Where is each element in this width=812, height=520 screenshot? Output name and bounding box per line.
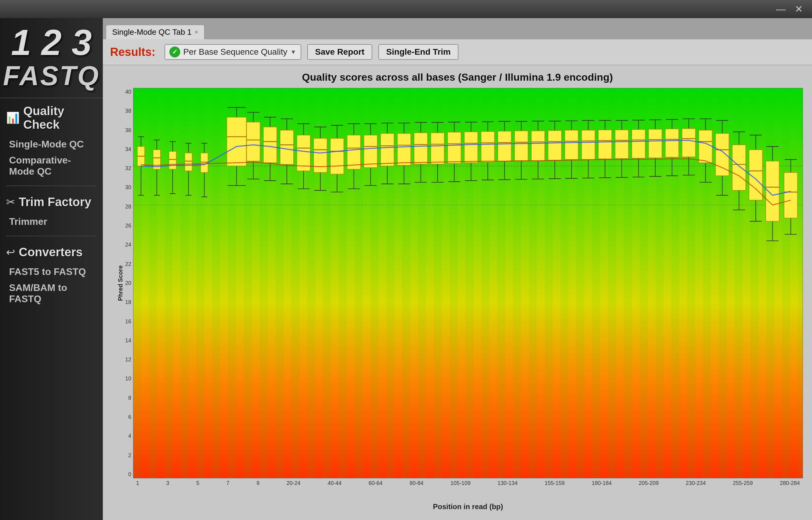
svg-rect-139 <box>582 130 595 159</box>
chart-title: Quality scores across all bases (Sanger … <box>112 71 803 83</box>
svg-rect-24 <box>185 153 192 171</box>
quality-check-label: Quality Check <box>23 104 97 131</box>
x-tick-7: 7 <box>226 480 229 487</box>
svg-rect-174 <box>699 130 712 163</box>
y-tick-18: 18 <box>125 300 131 305</box>
x-tick-180-184: 180-184 <box>592 480 612 487</box>
sidebar-item-trimmer[interactable]: Trimmer <box>6 214 97 230</box>
x-tick-20-24: 20-24 <box>287 480 301 487</box>
save-report-button[interactable]: Save Report <box>307 44 372 60</box>
y-tick-14: 14 <box>125 338 131 343</box>
x-tick-40-44: 40-44 <box>327 480 341 487</box>
sidebar-item-comparative-mode-qc[interactable]: Comparative-Mode QC <box>6 152 97 180</box>
check-icon: ✓ <box>169 47 180 57</box>
y-tick-36: 36 <box>125 128 131 133</box>
svg-rect-114 <box>498 131 511 161</box>
svg-rect-109 <box>481 131 494 162</box>
y-tick-20: 20 <box>125 280 131 286</box>
svg-rect-89 <box>414 133 427 164</box>
chart-container: Quality scores across all bases (Sanger … <box>103 65 812 520</box>
y-tick-38: 38 <box>125 108 131 113</box>
x-tick-5: 5 <box>196 480 199 487</box>
chart-plot-area: placeholder <box>133 88 803 478</box>
single-end-trim-button[interactable]: Single-End Trim <box>378 44 459 60</box>
main-layout: 1 2 3 FASTQ 📊 Quality Check Single-Mode … <box>0 18 812 520</box>
y-tick-34: 34 <box>125 147 131 152</box>
x-tick-60-64: 60-64 <box>369 480 383 487</box>
y-tick-0: 0 <box>128 472 131 477</box>
y-tick-6: 6 <box>128 414 131 420</box>
svg-rect-184 <box>732 145 745 190</box>
svg-rect-169 <box>682 129 695 157</box>
content-area: Single-Mode QC Tab 1 × Results: ✓ Per Ba… <box>103 18 812 520</box>
svg-rect-39 <box>247 122 260 161</box>
y-tick-40: 40 <box>125 89 131 95</box>
svg-rect-159 <box>649 129 662 158</box>
trim-factory-title: ✂ Trim Factory <box>6 195 97 209</box>
results-dropdown[interactable]: ✓ Per Base Sequence Quality ▼ <box>165 44 301 60</box>
logo-fastq: FASTQ <box>3 60 100 92</box>
y-tick-12: 12 <box>125 357 131 362</box>
svg-rect-34 <box>227 117 246 166</box>
y-tick-4: 4 <box>128 433 131 439</box>
svg-rect-19 <box>169 151 176 169</box>
dropdown-arrow-icon: ▼ <box>290 49 296 56</box>
y-tick-8: 8 <box>128 395 131 401</box>
tab-label: Single-Mode QC Tab 1 <box>112 27 192 37</box>
logo-area: 1 2 3 FASTQ <box>0 18 103 98</box>
converters-title: ↩ Converters <box>6 245 97 259</box>
svg-rect-179 <box>716 134 729 176</box>
x-tick-205-209: 205-209 <box>639 480 659 487</box>
x-tick-280-284: 280-284 <box>780 480 800 487</box>
y-tick-2: 2 <box>128 452 131 458</box>
close-button[interactable]: ✕ <box>795 3 803 15</box>
minimize-button[interactable]: — <box>776 4 786 15</box>
dropdown-text: Per Base Sequence Quality <box>183 47 287 57</box>
converters-icon: ↩ <box>6 246 15 259</box>
x-tick-255-259: 255-259 <box>733 480 753 487</box>
x-tick-155-159: 155-159 <box>545 480 565 487</box>
logo-numbers: 1 2 3 <box>3 24 100 60</box>
sidebar-item-sam-bam-to-fastq[interactable]: SAM/BAM to FASTQ <box>6 280 97 307</box>
trim-factory-section: ✂ Trim Factory Trimmer <box>0 189 103 233</box>
x-tick-9: 9 <box>256 480 260 487</box>
converters-label: Converters <box>19 245 82 259</box>
y-tick-22: 22 <box>125 261 131 267</box>
svg-rect-134 <box>565 130 578 159</box>
x-tick-3: 3 <box>166 480 169 487</box>
svg-rect-59 <box>314 138 327 173</box>
quality-check-section: 📊 Quality Check Single-Mode QC Comparati… <box>0 98 103 182</box>
title-bar: — ✕ <box>0 0 812 18</box>
x-tick-80-84: 80-84 <box>410 480 423 487</box>
svg-rect-69 <box>347 135 361 169</box>
svg-rect-104 <box>464 132 477 162</box>
y-tick-10: 10 <box>125 376 131 381</box>
divider-1 <box>6 185 97 186</box>
svg-rect-129 <box>548 131 561 160</box>
svg-rect-154 <box>632 130 645 158</box>
x-tick-1: 1 <box>136 480 139 487</box>
svg-rect-164 <box>665 129 679 157</box>
y-tick-30: 30 <box>125 185 131 190</box>
y-tick-28: 28 <box>125 204 131 209</box>
svg-rect-149 <box>615 130 629 159</box>
svg-rect-74 <box>364 135 377 168</box>
svg-rect-79 <box>381 134 394 166</box>
trim-factory-icon: ✂ <box>6 196 15 208</box>
x-tick-130-134: 130-134 <box>497 480 517 487</box>
y-tick-32: 32 <box>125 165 131 171</box>
tab-close-button[interactable]: × <box>195 29 198 36</box>
results-label: Results: <box>110 46 155 59</box>
quality-check-title: 📊 Quality Check <box>6 104 97 131</box>
tab-single-mode-qc[interactable]: Single-Mode QC Tab 1 × <box>106 25 204 39</box>
svg-rect-44 <box>264 127 277 162</box>
chart-svg: placeholder <box>133 88 803 478</box>
svg-rect-64 <box>330 138 344 174</box>
y-tick-16: 16 <box>125 319 131 324</box>
sidebar: 1 2 3 FASTQ 📊 Quality Check Single-Mode … <box>0 18 103 520</box>
x-tick-230-234: 230-234 <box>686 480 706 487</box>
sidebar-item-single-mode-qc[interactable]: Single-Mode QC <box>6 136 97 152</box>
divider-2 <box>6 236 97 236</box>
sidebar-item-fast5-to-fastq[interactable]: FAST5 to FASTQ <box>6 264 97 280</box>
x-tick-105-109: 105-109 <box>451 480 471 487</box>
